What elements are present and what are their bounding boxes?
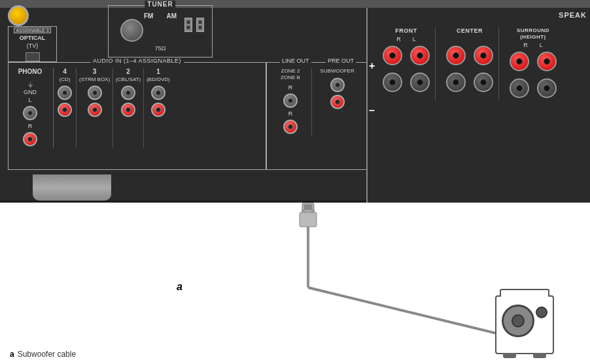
- yellow-rca-connector: [8, 5, 29, 26]
- center-minus-2: [474, 73, 493, 92]
- front-l-plus: [410, 46, 430, 65]
- impedance-label: 75Ω: [155, 45, 166, 52]
- gnd-symbol: ⏚: [28, 80, 33, 89]
- zone2-label: ZONE 2ZONE B: [281, 68, 300, 80]
- channel-4-name: (CD): [60, 76, 71, 82]
- phono-r-connector: [23, 132, 37, 146]
- channel-4-num: 4: [63, 68, 67, 75]
- surround-speaker-group: SURROUND(HEIGHT) R L: [504, 27, 562, 100]
- front-speaker-group: FRONT R L: [377, 27, 436, 100]
- r-label: R: [28, 123, 33, 129]
- receiver-foot: [33, 174, 111, 201]
- minus-label: –: [369, 105, 375, 116]
- channel-2-num: 2: [126, 68, 130, 75]
- audio-in-label: AUDIO IN (1–4 ASSIGNABLE): [90, 58, 184, 64]
- receiver-panel: ASSIGNABLE 3 OPTICAL (TV) TUNER FM AM: [0, 0, 590, 203]
- caption-area: a Subwoofer cable: [10, 350, 76, 359]
- line-pre-section: LINE OUT PRE OUT ZONE 2ZONE B R R SUBWOO…: [266, 62, 368, 170]
- l-label: L: [28, 97, 31, 103]
- ch4-l-connector: [58, 86, 72, 100]
- phono-section: PHONO ⏚ GND L R: [11, 68, 54, 148]
- surround-l-plus: [537, 52, 557, 71]
- line-out-label: LINE OUT: [280, 58, 311, 64]
- top-strip: [0, 0, 590, 8]
- surround-l-label: L: [540, 42, 543, 48]
- pre-out-label: PRE OUT: [326, 58, 356, 64]
- input-channel-3: 3 (STRM BOX): [77, 68, 113, 148]
- ch3-l-connector: [88, 86, 102, 100]
- am-label: AM: [166, 12, 177, 20]
- front-r-label: R: [396, 36, 401, 42]
- channel-1-name: (BD/DVD): [147, 76, 170, 82]
- center-r-label: [466, 36, 473, 42]
- ch3-r-connector: [88, 103, 102, 117]
- input-channel-4: 4 (CD): [54, 68, 77, 148]
- svg-rect-10: [311, 209, 315, 213]
- optical-label: OPTICAL: [20, 35, 46, 41]
- ch1-l-connector: [151, 86, 165, 100]
- subwoofer-speaker: [495, 295, 554, 354]
- surround-r-minus: [510, 78, 529, 98]
- ch2-l-connector: [121, 86, 135, 100]
- speaker-groups: FRONT R L CENTER: [377, 27, 562, 100]
- svg-rect-9: [302, 209, 305, 213]
- audio-in-section: AUDIO IN (1–4 ASSIGNABLE) PHONO ⏚ GND L …: [8, 62, 266, 170]
- am-terminal-2: [196, 18, 204, 32]
- front-label: FRONT: [395, 27, 417, 34]
- optical-connector: [26, 52, 40, 61]
- main-container: ASSIGNABLE 3 OPTICAL (TV) TUNER FM AM: [0, 0, 590, 364]
- svg-rect-8: [300, 212, 317, 227]
- surround-r-label: R: [523, 42, 528, 48]
- caption-text: Subwoofer cable: [18, 350, 76, 359]
- cable-area: a a Subwoofer cable: [0, 203, 590, 364]
- optical-input: ASSIGNABLE 3 OPTICAL (TV): [8, 26, 57, 62]
- speaker-section: SPEAK + – FRONT R L: [366, 8, 590, 203]
- assignable-label: ASSIGNABLE 3: [14, 27, 50, 33]
- center-speaker-group: CENTER: [441, 27, 499, 100]
- phono-label: PHONO: [18, 68, 43, 75]
- pre-out-content: SUBWOOFER: [316, 68, 358, 135]
- front-r-plus: [383, 46, 402, 65]
- caption-letter: a: [10, 350, 14, 359]
- gnd-label: GND: [24, 89, 37, 95]
- plus-label: +: [369, 60, 375, 72]
- tuner-label: TUNER: [145, 1, 175, 8]
- center-plus-1: [446, 46, 466, 65]
- input-channel-2: 2 (CBL/SAT): [113, 68, 144, 148]
- tuner-section: TUNER FM AM 75Ω: [108, 5, 213, 58]
- speaker-label: SPEAK: [559, 11, 587, 19]
- subwoofer-top: [500, 289, 549, 297]
- center-plus-2: [474, 46, 493, 65]
- cable-letter-label: a: [177, 281, 182, 293]
- front-l-minus: [410, 73, 430, 92]
- subwoofer-foot-left: [503, 353, 516, 358]
- channel-3-name: (STRM BOX): [79, 76, 110, 82]
- ch2-r-connector: [121, 103, 135, 117]
- subwoofer-foot-right: [533, 353, 546, 358]
- line-out-r-connector: [283, 93, 298, 108]
- center-minus-1: [446, 73, 466, 92]
- subwoofer-port: [536, 306, 547, 318]
- am-terminal-1: [184, 18, 192, 32]
- phono-l-connector: [23, 106, 37, 120]
- r-label-line: R: [288, 84, 293, 91]
- tuner-knob: [120, 19, 143, 42]
- pre-out-l-connector: [330, 78, 345, 92]
- am-terminals: [184, 18, 204, 32]
- ch4-r-connector: [58, 103, 72, 117]
- r-label-line2: R: [288, 110, 293, 117]
- surround-r-plus: [510, 52, 529, 71]
- subwoofer-cone: [512, 314, 525, 327]
- front-l-label: L: [413, 36, 416, 42]
- optical-sub-label: (TV): [27, 42, 39, 49]
- input-channel-1: 1 (BD/DVD): [144, 68, 173, 148]
- fm-label: FM: [144, 12, 153, 20]
- subwoofer-driver: [502, 305, 534, 337]
- subwoofer-label: SUBWOOFER: [320, 68, 354, 74]
- channel-1-num: 1: [156, 68, 160, 75]
- surround-l-minus: [537, 78, 557, 98]
- channel-2-name: (CBL/SAT): [116, 76, 141, 82]
- center-label: CENTER: [457, 27, 483, 34]
- line-out-r2-connector: [283, 120, 298, 134]
- channel-3-num: 3: [93, 68, 97, 75]
